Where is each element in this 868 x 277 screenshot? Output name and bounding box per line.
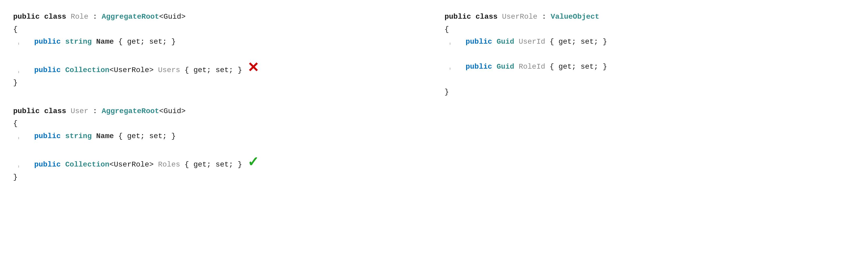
guid-type-2: Guid: [497, 61, 514, 73]
spacer-1: [13, 48, 424, 61]
colon-2: :: [93, 105, 97, 118]
public-kw-string-2: public: [34, 130, 61, 143]
collection-generic-1: <UserRole>: [110, 64, 154, 76]
collection-generic-2: <UserRole>: [110, 158, 154, 171]
open-brace-1: {: [13, 23, 18, 36]
spacer-2: [13, 142, 424, 155]
user-open-brace: {: [13, 117, 424, 130]
public-keyword-1: public: [13, 10, 40, 23]
roles-prop-name: Roles: [158, 158, 180, 171]
collection-type-2: Collection: [65, 158, 110, 171]
user-name-prop: public string Name { get; set; }: [13, 130, 424, 143]
public-keyword-3: public: [444, 10, 471, 23]
public-kw-collection-2: public: [34, 158, 61, 171]
close-brace-1: }: [13, 76, 18, 89]
spacer-3: [444, 48, 855, 61]
colon-1: :: [93, 10, 97, 23]
x-marker: ✕: [247, 61, 259, 74]
role-classname: Role: [70, 10, 88, 23]
userid-prop-name: UserId: [519, 35, 545, 48]
getter-setter-5: { get; set; }: [550, 35, 607, 48]
public-kw-string: public: [34, 35, 61, 48]
guid-type-1: Guid: [497, 35, 514, 48]
check-marker: ✓: [247, 155, 259, 168]
class-keyword-1: class: [44, 10, 66, 23]
colon-3: :: [542, 10, 547, 23]
users-prop-name: Users: [158, 64, 180, 76]
spacer-4: [444, 73, 855, 86]
role-class-block: public class Role : AggregateRoot<Guid> …: [13, 10, 424, 89]
userrole-class-block: public class UserRole : ValueObject { pu…: [444, 10, 855, 98]
class-keyword-3: class: [475, 10, 498, 23]
close-brace-2: }: [13, 171, 18, 184]
aggregateroot-type-2: AggregateRoot: [101, 105, 159, 118]
public-kw-collection: public: [34, 64, 61, 76]
open-brace-2: {: [13, 117, 18, 130]
string-type: string: [65, 35, 92, 48]
userid-prop: public Guid UserId { get; set; }: [444, 35, 855, 48]
user-class-declaration: public class User : AggregateRoot<Guid>: [13, 105, 424, 118]
user-classname: User: [70, 105, 88, 118]
public-keyword-2: public: [13, 105, 40, 118]
valueobject-type: ValueObject: [551, 10, 599, 23]
getter-setter-6: { get; set; }: [550, 61, 607, 73]
userrole-class-declaration: public class UserRole : ValueObject: [444, 10, 855, 23]
userrole-close-brace: }: [444, 86, 855, 98]
right-panel: public class UserRole : ValueObject { pu…: [444, 10, 855, 183]
role-class-declaration: public class Role : AggregateRoot<Guid>: [13, 10, 424, 23]
close-brace-3: }: [444, 86, 449, 98]
main-container: public class Role : AggregateRoot<Guid> …: [13, 10, 855, 183]
generic-1: <Guid>: [159, 10, 186, 23]
string-type-2: string: [65, 130, 92, 143]
userrole-open-brace: {: [444, 23, 855, 36]
role-users-prop: public Collection<UserRole> Users { get;…: [13, 61, 424, 76]
name-prop-1: Name: [96, 35, 114, 48]
public-kw-guid-2: public: [466, 61, 492, 73]
role-open-brace: {: [13, 23, 424, 36]
user-class-block: public class User : AggregateRoot<Guid> …: [13, 105, 424, 184]
role-close-brace: }: [13, 76, 424, 89]
user-roles-prop: public Collection<UserRole> Roles { get;…: [13, 155, 424, 171]
class-keyword-2: class: [44, 105, 66, 118]
left-panel: public class Role : AggregateRoot<Guid> …: [13, 10, 424, 183]
getter-setter-4: { get; set; }: [185, 158, 242, 171]
collection-type-1: Collection: [65, 64, 110, 76]
roleid-prop-name: RoleId: [519, 61, 545, 73]
roleid-prop: public Guid RoleId { get; set; }: [444, 61, 855, 73]
user-close-brace: }: [13, 171, 424, 184]
open-brace-3: {: [444, 23, 449, 36]
generic-2: <Guid>: [159, 105, 186, 118]
userrole-classname: UserRole: [502, 10, 537, 23]
public-kw-guid-1: public: [466, 35, 492, 48]
role-name-prop: public string Name { get; set; }: [13, 35, 424, 48]
name-prop-2: Name: [96, 130, 114, 143]
getter-setter-3: { get; set; }: [118, 130, 176, 143]
aggregateroot-type: AggregateRoot: [101, 10, 159, 23]
getter-setter-1: { get; set; }: [118, 35, 176, 48]
getter-setter-2: { get; set; }: [185, 64, 242, 76]
